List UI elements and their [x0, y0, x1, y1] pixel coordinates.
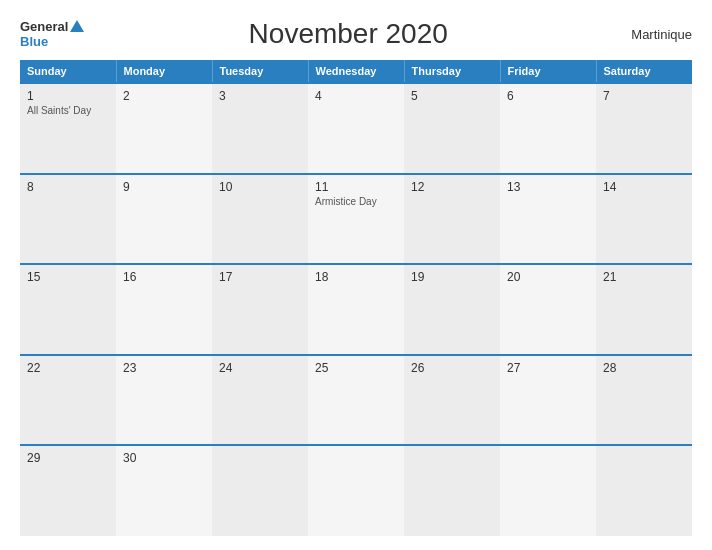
calendar-week-row: 891011Armistice Day121314 — [20, 174, 692, 265]
calendar-cell: 20 — [500, 264, 596, 355]
day-number: 3 — [219, 89, 301, 103]
page-header: General Blue November 2020 Martinique — [20, 18, 692, 50]
day-number: 2 — [123, 89, 205, 103]
day-number: 26 — [411, 361, 493, 375]
calendar-cell: 22 — [20, 355, 116, 446]
calendar-cell: 21 — [596, 264, 692, 355]
calendar-cell: 7 — [596, 83, 692, 174]
day-number: 16 — [123, 270, 205, 284]
day-number: 30 — [123, 451, 205, 465]
logo-general-text: General — [20, 19, 68, 34]
col-header-saturday: Saturday — [596, 60, 692, 83]
col-header-thursday: Thursday — [404, 60, 500, 83]
month-title: November 2020 — [84, 18, 612, 50]
day-number: 13 — [507, 180, 589, 194]
region-label: Martinique — [612, 27, 692, 42]
col-header-wednesday: Wednesday — [308, 60, 404, 83]
day-number: 29 — [27, 451, 109, 465]
calendar-cell: 13 — [500, 174, 596, 265]
calendar-cell: 2 — [116, 83, 212, 174]
day-number: 4 — [315, 89, 397, 103]
calendar-cell: 4 — [308, 83, 404, 174]
calendar-cell — [500, 445, 596, 536]
day-number: 1 — [27, 89, 109, 103]
calendar-cell — [308, 445, 404, 536]
calendar-cell: 23 — [116, 355, 212, 446]
day-number: 15 — [27, 270, 109, 284]
calendar-week-row: 2930 — [20, 445, 692, 536]
day-number: 7 — [603, 89, 685, 103]
calendar-cell: 30 — [116, 445, 212, 536]
day-number: 10 — [219, 180, 301, 194]
calendar-week-row: 22232425262728 — [20, 355, 692, 446]
day-number: 9 — [123, 180, 205, 194]
calendar-cell — [212, 445, 308, 536]
calendar-table: SundayMondayTuesdayWednesdayThursdayFrid… — [20, 60, 692, 536]
calendar-cell: 12 — [404, 174, 500, 265]
calendar-cell: 17 — [212, 264, 308, 355]
col-header-sunday: Sunday — [20, 60, 116, 83]
day-number: 20 — [507, 270, 589, 284]
calendar-cell: 15 — [20, 264, 116, 355]
event-label: Armistice Day — [315, 196, 397, 207]
calendar-cell: 8 — [20, 174, 116, 265]
calendar-cell: 11Armistice Day — [308, 174, 404, 265]
day-number: 11 — [315, 180, 397, 194]
event-label: All Saints' Day — [27, 105, 109, 116]
day-number: 28 — [603, 361, 685, 375]
logo-blue-text: Blue — [20, 34, 48, 49]
day-number: 5 — [411, 89, 493, 103]
calendar-cell: 28 — [596, 355, 692, 446]
col-header-tuesday: Tuesday — [212, 60, 308, 83]
logo-triangle-icon — [70, 20, 84, 32]
day-number: 14 — [603, 180, 685, 194]
calendar-cell: 9 — [116, 174, 212, 265]
calendar-cell: 18 — [308, 264, 404, 355]
day-number: 17 — [219, 270, 301, 284]
calendar-cell: 10 — [212, 174, 308, 265]
calendar-cell: 24 — [212, 355, 308, 446]
day-number: 21 — [603, 270, 685, 284]
calendar-cell — [404, 445, 500, 536]
day-number: 19 — [411, 270, 493, 284]
calendar-cell: 27 — [500, 355, 596, 446]
day-number: 22 — [27, 361, 109, 375]
day-number: 27 — [507, 361, 589, 375]
day-number: 18 — [315, 270, 397, 284]
calendar-cell: 14 — [596, 174, 692, 265]
calendar-cell — [596, 445, 692, 536]
calendar-week-row: 1All Saints' Day234567 — [20, 83, 692, 174]
calendar-cell: 5 — [404, 83, 500, 174]
logo: General Blue — [20, 19, 84, 49]
calendar-cell: 16 — [116, 264, 212, 355]
day-number: 24 — [219, 361, 301, 375]
calendar-cell: 19 — [404, 264, 500, 355]
calendar-cell: 26 — [404, 355, 500, 446]
day-number: 6 — [507, 89, 589, 103]
calendar-cell: 25 — [308, 355, 404, 446]
col-header-monday: Monday — [116, 60, 212, 83]
calendar-week-row: 15161718192021 — [20, 264, 692, 355]
day-number: 8 — [27, 180, 109, 194]
day-number: 25 — [315, 361, 397, 375]
calendar-header-row: SundayMondayTuesdayWednesdayThursdayFrid… — [20, 60, 692, 83]
calendar-cell: 1All Saints' Day — [20, 83, 116, 174]
day-number: 12 — [411, 180, 493, 194]
day-number: 23 — [123, 361, 205, 375]
calendar-cell: 3 — [212, 83, 308, 174]
col-header-friday: Friday — [500, 60, 596, 83]
calendar-cell: 29 — [20, 445, 116, 536]
calendar-cell: 6 — [500, 83, 596, 174]
